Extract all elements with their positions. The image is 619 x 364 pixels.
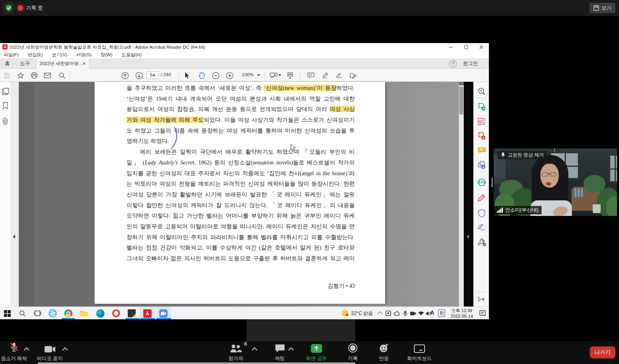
zoom-level-value[interactable]: 100%: [242, 72, 253, 77]
action-center-icon[interactable]: [479, 309, 486, 317]
webcam-panel[interactable]: 고정된 영상 제거 안소미(부산대): [492, 147, 619, 218]
bookmarks-icon[interactable]: [2, 102, 8, 109]
tray-app-icon[interactable]: [385, 310, 392, 317]
tab-tools[interactable]: 도구: [20, 58, 30, 69]
sticky-notes-icon[interactable]: [127, 309, 136, 318]
save-button[interactable]: [2, 71, 11, 80]
email-button[interactable]: [43, 71, 52, 80]
fill-sign-icon[interactable]: [477, 193, 486, 202]
camera-tray-icon[interactable]: [409, 310, 417, 317]
wifi-tray-icon[interactable]: [417, 310, 425, 317]
chrome-icon[interactable]: [63, 309, 73, 318]
scrolling-mode-button[interactable]: [286, 71, 295, 80]
attachments-icon[interactable]: [2, 117, 9, 125]
task-view-icon[interactable]: [33, 309, 42, 318]
stamp-tool-button[interactable]: [349, 71, 358, 80]
zoom-dropdown-caret[interactable]: [257, 74, 260, 76]
weather-icon[interactable]: [342, 310, 349, 317]
marquee-zoom-icon[interactable]: [477, 87, 486, 96]
tab-home[interactable]: 홈: [5, 58, 10, 69]
unmute-control[interactable]: 음소거 해제: [0, 342, 30, 362]
search-button[interactable]: [57, 71, 66, 80]
edit-pdf-icon[interactable]: [477, 117, 486, 126]
menu-view[interactable]: 보기(V): [48, 51, 71, 59]
zoom-taskbar-icon[interactable]: [158, 309, 168, 318]
request-signature-icon[interactable]: [477, 223, 486, 232]
menu-edit[interactable]: 편집(E): [24, 51, 46, 59]
share-screen-control[interactable]: 화면 공유: [301, 342, 332, 362]
microphone-tray-icon[interactable]: [401, 310, 409, 317]
login-button[interactable]: 로그인: [463, 58, 478, 69]
tools-pane-divider: [464, 82, 473, 307]
record-control[interactable]: 기록: [337, 342, 369, 362]
scrollbar-top-button[interactable]: [459, 82, 464, 85]
comment-panel-icon[interactable]: [477, 146, 486, 155]
tab-document[interactable]: 2022년 새한영어영...: [36, 58, 89, 69]
tab-close-icon[interactable]: [83, 62, 86, 65]
participants-chevron-icon[interactable]: [252, 347, 257, 353]
participants-control[interactable]: 6 참가자: [220, 342, 252, 362]
expand-pane-icon[interactable]: [477, 295, 486, 304]
internet-explorer-icon[interactable]: [48, 309, 57, 318]
page-thumbnails-icon[interactable]: [2, 88, 9, 95]
menu-window[interactable]: 창(W): [97, 51, 116, 59]
view-button[interactable]: 보기: [589, 3, 615, 13]
hand-tool-button[interactable]: [197, 71, 206, 80]
export-pdf-icon[interactable]: [477, 102, 486, 111]
stop-video-label: 비디오 중지: [34, 355, 66, 362]
weather-label[interactable]: 22°C 맑음: [351, 310, 373, 317]
opera-icon[interactable]: [111, 309, 121, 318]
onedrive-cloud-icon[interactable]: [393, 310, 400, 317]
tray-expand-chevron-icon[interactable]: [378, 311, 383, 317]
whiteboard-control[interactable]: 화이트보드: [403, 342, 435, 362]
more-tools-icon[interactable]: [477, 237, 486, 247]
page-fit-caret[interactable]: [278, 74, 281, 76]
minimize-button[interactable]: [443, 43, 459, 51]
close-button[interactable]: [474, 43, 489, 51]
scrollbar-thumb[interactable]: [459, 87, 463, 115]
print-button[interactable]: [30, 71, 38, 80]
zoom-out-button[interactable]: [211, 71, 220, 80]
collapse-tools-pane-arrow-icon[interactable]: [467, 235, 469, 239]
start-button[interactable]: [2, 309, 12, 318]
page-fit-button[interactable]: [269, 71, 278, 80]
sticky-underline: [126, 318, 140, 319]
comment-tool-button[interactable]: [307, 71, 315, 80]
menu-file[interactable]: 파일(F): [0, 51, 22, 59]
protect-pdf-icon[interactable]: [477, 208, 486, 218]
remove-pinned-video-button[interactable]: 고정된 영상 제거: [497, 151, 548, 159]
menu-sign[interactable]: 서명(S): [73, 51, 95, 59]
ime-korean-indicator[interactable]: 한: [438, 309, 445, 317]
page-number-input[interactable]: 54: [146, 71, 158, 79]
select-tool-button[interactable]: [183, 71, 192, 80]
taskbar-search-icon[interactable]: [18, 309, 27, 318]
file-explorer-icon[interactable]: [79, 309, 89, 318]
panel-drag-handle[interactable]: [492, 178, 492, 187]
collapse-left-panel-arrow-icon[interactable]: [13, 235, 15, 239]
view-button-label: 보기: [601, 5, 611, 12]
encryption-shield-button[interactable]: [3, 2, 14, 14]
stop-video-control[interactable]: 비디오 중지: [34, 342, 66, 362]
vertical-scrollbar[interactable]: [459, 82, 464, 307]
leave-meeting-button[interactable]: 나가기: [590, 346, 615, 358]
taskbar-clock[interactable]: 오후 12:39 2022-05-14: [446, 308, 477, 319]
maximize-button[interactable]: [459, 43, 474, 51]
acrobat-taskbar-icon[interactable]: [142, 309, 152, 318]
highlighter-tool-button[interactable]: [321, 71, 330, 80]
star-button[interactable]: [16, 71, 25, 80]
menu-help[interactable]: 도움말(H): [118, 51, 145, 59]
reactions-control[interactable]: 반응: [368, 342, 400, 362]
previous-page-button[interactable]: [121, 71, 129, 80]
ime-latin-indicator[interactable]: A: [430, 309, 434, 316]
pdf-line: 밀』 (Lady Audely’s Secret, 1862) 등의 선정소설(…: [127, 157, 355, 168]
create-pdf-icon[interactable]: [477, 131, 486, 140]
compress-pdf-icon[interactable]: [477, 178, 486, 187]
help-button[interactable]: ?: [449, 60, 457, 67]
fill-sign-tool-button[interactable]: [335, 71, 344, 80]
clock-date: 2022-05-14: [446, 313, 477, 319]
zoom-in-button[interactable]: [225, 71, 234, 80]
combine-files-icon[interactable]: [477, 160, 486, 170]
next-page-button[interactable]: [134, 71, 143, 80]
edge-icon[interactable]: [95, 309, 105, 318]
acrobat-tabbar: 홈 도구 2022년 새한영어영... ? 로그인: [0, 58, 489, 69]
